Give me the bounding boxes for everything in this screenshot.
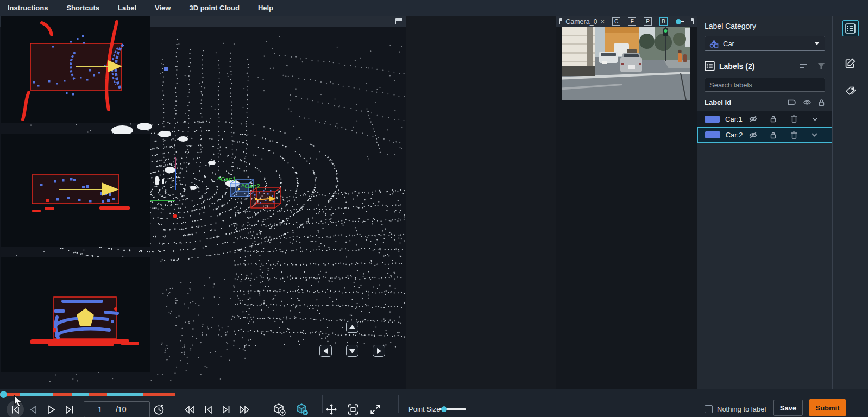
frame-counter: /10 [84, 401, 150, 417]
menu-view[interactable]: View [155, 4, 171, 12]
side-view-canvas[interactable] [1, 134, 150, 247]
fit-to-frame-button[interactable] [346, 403, 360, 415]
label-category-heading: Label Category [705, 22, 825, 30]
fullscreen-button[interactable] [368, 403, 382, 415]
annotation-car1: ^Car:1 [217, 176, 236, 182]
move-tool-button[interactable] [324, 403, 338, 415]
previous-frame-button[interactable] [27, 403, 39, 415]
point-cloud-window-icon[interactable] [395, 18, 402, 24]
save-button[interactable]: Save [773, 400, 803, 416]
filter-icon[interactable] [817, 62, 825, 70]
car2-label-id: Car:2 [726, 131, 743, 139]
category-shapes-icon [709, 39, 719, 48]
edit-attributes-tool-button[interactable] [842, 55, 859, 71]
camera-image-area [556, 27, 697, 389]
tag-column-icon[interactable] [788, 99, 796, 106]
search-labels-input[interactable] [705, 78, 825, 92]
pan-right-button[interactable] [373, 345, 385, 357]
camera-p-button[interactable]: P [644, 17, 652, 26]
camera-close-icon[interactable]: × [601, 18, 605, 25]
skip-to-first-button[interactable] [9, 403, 21, 415]
car1-color-swatch [705, 116, 720, 123]
tags-icon [845, 86, 856, 96]
menu-shortcuts[interactable]: Shortcuts [66, 4, 99, 12]
frame-timeline[interactable] [0, 393, 175, 396]
next-frame-button[interactable] [64, 403, 76, 415]
annotation-car2: ^Car:2 [241, 183, 260, 189]
car2-expand-chevron-icon[interactable] [812, 133, 827, 137]
top-view-canvas[interactable] [1, 11, 150, 123]
menu-instructions[interactable]: Instructions [8, 4, 48, 12]
camera-opacity-slider[interactable] [676, 21, 684, 22]
auto-fit-cuboid-button[interactable] [295, 403, 309, 415]
camera-b-button[interactable]: B [659, 17, 668, 26]
car2-lock-icon[interactable] [770, 131, 785, 139]
car1-hide-icon[interactable] [749, 115, 764, 123]
step-forward-button[interactable] [220, 403, 232, 415]
labels-list-icon [705, 61, 715, 71]
play-button[interactable] [46, 403, 58, 415]
tags-tool-button[interactable] [842, 83, 859, 99]
list-icon [845, 23, 856, 34]
point-size-label: Point Size [408, 405, 441, 413]
sort-icon[interactable] [799, 62, 808, 70]
top-view-panel: Top View × C [1, 0, 150, 123]
pan-up-button[interactable] [346, 321, 358, 333]
menu-3d-point-cloud[interactable]: 3D point Cloud [189, 4, 239, 12]
stopwatch-icon [153, 404, 165, 415]
eye-column-icon[interactable] [803, 99, 812, 106]
car2-delete-icon[interactable] [791, 131, 806, 139]
label-id-header: Label Id [705, 98, 781, 106]
label-list-header: Label Id [697, 92, 832, 111]
cuboid-car2 [251, 188, 281, 208]
label-row-car2[interactable]: Car:2 [697, 127, 832, 143]
lock-column-icon[interactable] [818, 99, 825, 106]
front-view-panel: Front View × C [1, 247, 150, 372]
nothing-to-label-label: Nothing to label [717, 405, 766, 413]
rewind-button[interactable] [184, 403, 196, 415]
right-tool-strip [832, 16, 868, 389]
label-sidebar: Label Category Car La [697, 16, 832, 389]
camera-image[interactable] [557, 27, 690, 100]
timer-icon-button[interactable] [153, 403, 165, 415]
expand-icon [369, 403, 381, 415]
camera-panel: Camera_0 × C F P B [556, 16, 697, 389]
move-icon [325, 403, 337, 415]
edit-icon [845, 58, 856, 68]
current-frame-input[interactable] [84, 405, 116, 414]
car2-hide-icon[interactable] [749, 131, 764, 139]
camera-window-icon-right[interactable] [691, 18, 694, 24]
camera-title: Camera_0 [565, 18, 597, 26]
label-row-car1[interactable]: Car:1 [697, 111, 832, 127]
fit-frame-icon [347, 403, 359, 415]
camera-c-button[interactable]: C [612, 17, 620, 26]
menu-help[interactable]: Help [258, 4, 273, 12]
labels-panel-tool-button[interactable] [842, 20, 859, 36]
car1-delete-icon[interactable] [791, 115, 806, 123]
submit-button[interactable]: Submit [809, 399, 846, 416]
cube-plus-icon [273, 403, 286, 416]
front-view-canvas[interactable] [1, 257, 150, 372]
label-category-dropdown[interactable]: Car [705, 36, 825, 51]
total-frames-label: /10 [116, 405, 126, 414]
fast-forward-button[interactable] [238, 403, 250, 415]
point-size-slider[interactable] [439, 408, 466, 410]
step-back-button[interactable] [202, 403, 214, 415]
category-selected-value: Car [723, 40, 734, 48]
labels-count-title: Labels (2) [719, 62, 754, 71]
nothing-to-label-checkbox[interactable] [705, 405, 713, 413]
add-cuboid-button[interactable] [272, 403, 286, 415]
car1-lock-icon[interactable] [770, 115, 785, 123]
timeline-knob[interactable] [0, 391, 7, 398]
point-size-knob[interactable] [441, 406, 447, 412]
ortho-views-column: Top View × C [0, 0, 150, 372]
car1-expand-chevron-icon[interactable] [812, 117, 827, 121]
camera-window-icon-left[interactable] [559, 18, 562, 24]
pan-down-button[interactable] [346, 345, 358, 357]
car2-color-swatch [705, 131, 720, 138]
menu-label[interactable]: Label [118, 4, 136, 12]
car1-label-id: Car:1 [725, 115, 743, 123]
side-view-panel: Side View × C [1, 123, 150, 247]
pan-left-button[interactable] [319, 345, 332, 357]
camera-f-button[interactable]: F [628, 17, 636, 26]
